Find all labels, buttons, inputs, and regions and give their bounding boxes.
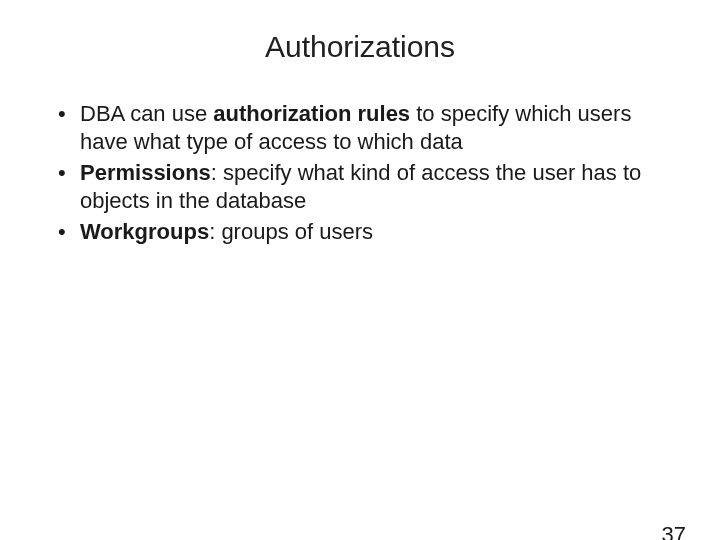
slide-title: Authorizations: [0, 30, 720, 64]
slide: Authorizations DBA can use authorization…: [0, 30, 720, 540]
bullet-text-post: : groups of users: [209, 219, 373, 244]
bullet-text-pre: DBA can use: [80, 101, 213, 126]
list-item: Workgroups: groups of users: [50, 218, 670, 246]
bullet-text-bold: Workgroups: [80, 219, 209, 244]
page-number: 37: [662, 522, 686, 540]
list-item: DBA can use authorization rules to speci…: [50, 100, 670, 155]
list-item: Permissions: specify what kind of access…: [50, 159, 670, 214]
bullet-text-bold: Permissions: [80, 160, 211, 185]
slide-body: DBA can use authorization rules to speci…: [0, 100, 720, 246]
bullet-list: DBA can use authorization rules to speci…: [50, 100, 670, 246]
bullet-text-bold: authorization rules: [213, 101, 410, 126]
